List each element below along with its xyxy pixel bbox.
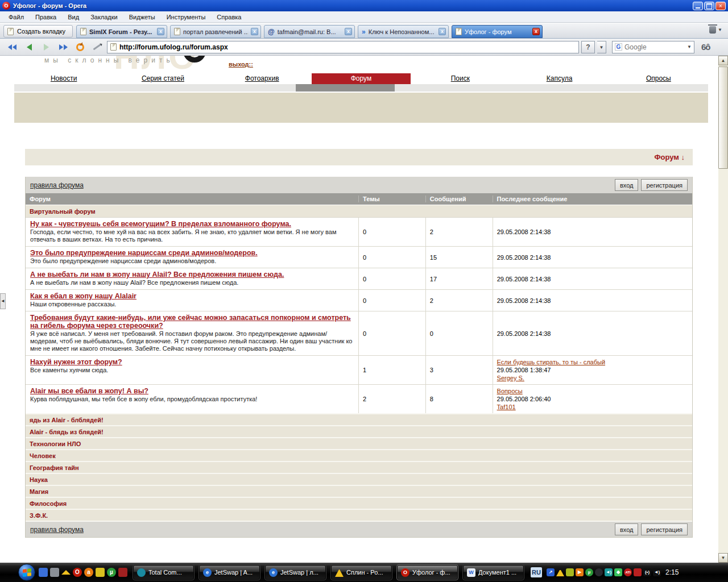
tab-ufolog-active[interactable]: Уфолог - форум x <box>452 25 543 38</box>
topic-link[interactable]: Ну как - чувствуешь себя всемогущим? В п… <box>30 220 354 228</box>
taskbar-button-total-commander[interactable]: Total Com... <box>133 565 194 580</box>
nav-forum-active[interactable]: Форум <box>312 73 411 84</box>
scrollbar-thumb[interactable] <box>718 66 728 169</box>
last-topic-link[interactable]: Если будешь стирать, то ты - слабый <box>497 358 688 366</box>
reload-button[interactable] <box>73 41 88 53</box>
category-row[interactable]: ядь из Alair - блблядей! <box>26 413 692 425</box>
fast-forward-button[interactable] <box>56 41 71 53</box>
arrow-tray-icon[interactable]: ↗ <box>547 568 555 576</box>
nav-news[interactable]: Новости <box>14 73 113 84</box>
language-indicator[interactable]: RU <box>531 567 542 577</box>
search-input[interactable] <box>624 43 685 51</box>
address-bar[interactable] <box>107 41 579 53</box>
menu-file[interactable]: Файл <box>3 13 29 22</box>
category-row[interactable]: География тайн <box>26 461 692 473</box>
fit-to-width-icon[interactable]: 6ô <box>701 42 710 52</box>
save-launcher-icon[interactable] <box>39 568 48 577</box>
maximize-button[interactable] <box>704 2 714 10</box>
menu-help[interactable]: Справка <box>212 13 246 22</box>
forum-rules-link[interactable]: правила форума <box>30 526 84 534</box>
topic-link[interactable]: А не выебать ли нам в жопу нашу Alail? В… <box>30 271 354 278</box>
scroll-up-button[interactable]: ▲ <box>718 56 728 65</box>
tab-portal[interactable]: портал развлечений ... x <box>170 25 261 38</box>
download-master-launcher-icon[interactable] <box>61 570 71 575</box>
display-tray-icon[interactable] <box>634 568 642 576</box>
register-button[interactable]: регистрация <box>641 179 688 191</box>
category-row[interactable]: Alair - блядь из блядей! <box>26 425 692 437</box>
tab-close-icon[interactable]: x <box>439 28 446 35</box>
scroll-down-button[interactable]: ▼ <box>718 553 728 563</box>
forum-rules-link[interactable]: правила форума <box>30 181 84 189</box>
menu-view[interactable]: Вид <box>63 13 84 22</box>
edit-mode-button[interactable] <box>90 41 105 53</box>
nav-articles[interactable]: Серия статей <box>113 73 212 84</box>
category-row[interactable]: Технологии НЛО <box>26 437 692 449</box>
tab-close-icon[interactable]: x <box>251 28 258 35</box>
topic-link[interactable]: Нахуй нужен этот форум? <box>30 358 354 366</box>
utorrent-launcher-icon[interactable]: µ <box>107 568 116 577</box>
nav-polls[interactable]: Опросы <box>609 73 708 84</box>
media-launcher-icon[interactable] <box>50 568 59 577</box>
new-tab-button[interactable]: Создать вкладку <box>3 25 73 38</box>
opera-launcher-icon[interactable]: O <box>73 568 82 577</box>
vertical-scrollbar[interactable]: ▲ ▼ <box>718 56 728 563</box>
chevron-down-icon[interactable]: ▼ <box>687 44 692 49</box>
download-master-tray-icon[interactable] <box>556 568 564 576</box>
last-author-link[interactable]: Taf101 <box>497 403 688 411</box>
menu-widgets[interactable]: Виджеты <box>124 13 160 22</box>
player-tray-icon[interactable]: ▶ <box>576 568 584 576</box>
nav-capsule[interactable]: Капсула <box>510 73 609 84</box>
nav-photoarchive[interactable]: Фотоархив <box>213 73 312 84</box>
topic-link[interactable]: Это было предупреждение нарциссам среди … <box>30 249 354 257</box>
window-titlebar[interactable]: O Уфолог - форум - Opera × <box>0 0 728 11</box>
last-topic-link[interactable]: Вопросы <box>497 387 688 395</box>
start-button[interactable] <box>18 564 35 581</box>
utorrent-tray-icon[interactable]: µ <box>585 568 593 576</box>
category-row[interactable]: Философия <box>26 497 692 509</box>
avast-launcher-icon[interactable]: a <box>84 568 93 577</box>
tab-kluch[interactable]: » Ключ к Непознанном... x <box>358 25 449 38</box>
taskbar-button-jetswap-1[interactable]: e JetSwap | A... <box>199 565 260 580</box>
robot-launcher-icon[interactable] <box>96 568 105 577</box>
ati-tray-icon[interactable]: ATI <box>624 568 632 576</box>
taskbar-button-word[interactable]: W Документ1 ... <box>463 565 524 580</box>
forum-section-title[interactable]: Форум ↓ <box>654 153 685 161</box>
search-box[interactable]: G ▼ <box>612 41 694 53</box>
volume-tray-icon[interactable]: ◄) <box>653 568 661 576</box>
tab-close-icon[interactable]: x <box>345 28 352 35</box>
menu-bookmarks[interactable]: Закладки <box>85 13 123 22</box>
last-author-link[interactable]: Sergey S. <box>497 374 688 382</box>
menu-edit[interactable]: Правка <box>30 13 61 22</box>
rewind-button[interactable] <box>5 41 19 53</box>
login-button[interactable]: вход <box>615 179 639 191</box>
menu-tools[interactable]: Инструменты <box>162 13 211 22</box>
messenger-tray-icon[interactable]: ◆ <box>614 568 622 576</box>
tab-simix-forum[interactable]: SimIX Forum - Резу... x <box>76 25 167 38</box>
volume-mixer-tray-icon[interactable]: ◄) <box>605 568 613 576</box>
taskbar-clock[interactable]: 2:15 <box>665 568 679 576</box>
close-button[interactable]: × <box>715 2 726 10</box>
panel-toggle-button[interactable]: ◄ <box>0 293 6 309</box>
taskbar-button-jetswap-2[interactable]: e JetSwap | л... <box>265 565 326 580</box>
back-button[interactable] <box>22 41 36 53</box>
help-dropdown-button[interactable]: ▼ <box>597 41 606 53</box>
category-row[interactable]: Магия <box>26 485 692 497</box>
category-row[interactable]: З.Ф.К. <box>26 509 692 521</box>
forward-button[interactable] <box>39 41 53 53</box>
topic-link[interactable]: Требования будут какие-нибудь, или уже с… <box>30 314 354 330</box>
tab-mail[interactable]: @ tafmain@mail.ru: В... x <box>264 25 355 38</box>
category-row[interactable]: Человек <box>26 449 692 461</box>
logout-link[interactable]: выход:: <box>229 61 253 68</box>
tab-close-icon[interactable]: x <box>532 28 540 35</box>
category-row[interactable]: Наука <box>26 473 692 485</box>
tab-close-icon[interactable]: x <box>157 28 164 35</box>
help-button[interactable]: ? <box>581 41 595 53</box>
projector-launcher-icon[interactable] <box>118 568 127 577</box>
closed-tabs-trash-button[interactable]: ▼ <box>709 26 722 34</box>
nav-search[interactable]: Поиск <box>411 73 510 84</box>
topic-link[interactable]: Alair мы все ебали в жопу! А вы? <box>30 387 354 395</box>
login-button[interactable]: вход <box>615 523 639 535</box>
compass-tray-icon[interactable] <box>595 568 603 576</box>
address-input[interactable] <box>119 43 576 51</box>
taskbar-button-ufolog-active[interactable]: O Уфолог - ф... <box>397 565 458 580</box>
